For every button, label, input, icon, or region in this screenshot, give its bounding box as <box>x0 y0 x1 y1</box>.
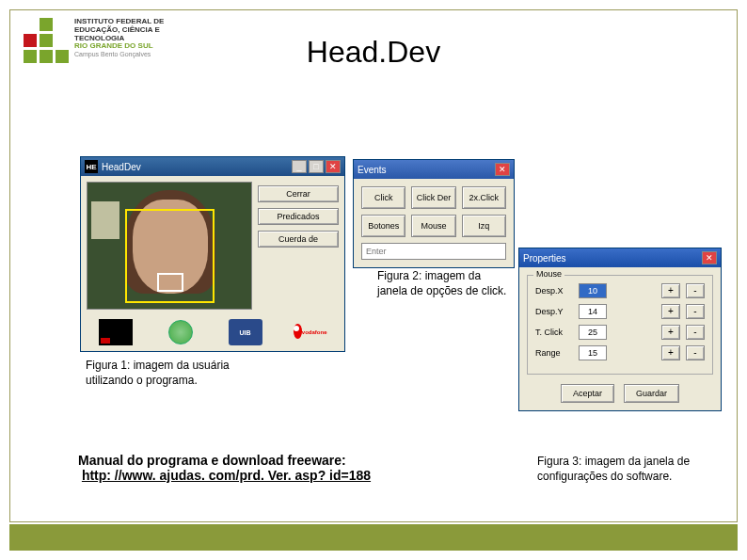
sponsor-logo-1 <box>99 319 133 345</box>
sponsor-logo-uib: UIB <box>229 319 262 345</box>
plus-button[interactable]: + <box>661 325 680 340</box>
click-button[interactable]: Click <box>361 186 405 209</box>
minus-button[interactable]: - <box>686 325 705 340</box>
app-icon: HE <box>85 160 98 173</box>
events-input[interactable] <box>361 243 506 260</box>
plus-button[interactable]: + <box>661 304 680 319</box>
property-label: Desp.X <box>535 286 573 296</box>
events-title: Events <box>358 165 387 175</box>
save-button[interactable]: Guardar <box>624 384 679 403</box>
botones-button[interactable]: Botones <box>361 215 405 237</box>
predicados-button[interactable]: Predicados <box>258 208 339 225</box>
headdev-window: HE HeadDev _ □ ✕ Cerrar Predicados Cuerd… <box>80 156 345 352</box>
events-titlebar[interactable]: Events ✕ <box>354 160 514 179</box>
cerrar-button[interactable]: Cerrar <box>258 185 339 202</box>
figure3-caption: Figura 3: imagem da janela de configuraç… <box>537 455 716 484</box>
events-window: Events ✕ Click Click Der 2x.Click Botone… <box>353 159 515 268</box>
close-button[interactable]: ✕ <box>495 163 510 176</box>
minus-button[interactable]: - <box>686 345 705 360</box>
headdev-title: HeadDev <box>102 162 141 172</box>
figure2-caption: Figura 2: imagem da janela de opções de … <box>377 269 509 298</box>
double-click-button[interactable]: 2x.Click <box>462 186 506 209</box>
plus-button[interactable]: + <box>661 345 680 360</box>
izq-button[interactable]: Izq <box>462 215 506 237</box>
figure1-caption: Figura 1: imagem da usuária utilizando o… <box>86 359 274 388</box>
headdev-titlebar[interactable]: HE HeadDev _ □ ✕ <box>81 157 344 176</box>
sponsor-logos: UIB vodafone <box>81 315 344 351</box>
click-der-button[interactable]: Click Der <box>411 186 455 209</box>
mouse-groupbox: Mouse Desp.X10+-Desp.Y14+-T. Click25+-Ra… <box>527 275 713 375</box>
property-row: Desp.Y14+- <box>535 304 705 319</box>
page-title: Head.Dev <box>10 35 737 70</box>
cuerda-button[interactable]: Cuerda de <box>258 231 339 248</box>
close-button[interactable]: ✕ <box>326 160 341 173</box>
property-row: Desp.X10+- <box>535 283 705 298</box>
property-label: T. Click <box>535 328 573 337</box>
property-value[interactable]: 25 <box>579 325 607 340</box>
properties-window: Properties ✕ Mouse Desp.X10+-Desp.Y14+-T… <box>518 248 722 411</box>
properties-titlebar[interactable]: Properties ✕ <box>519 248 721 267</box>
manual-text: Manual do programa e download freeware: … <box>78 453 371 483</box>
close-button[interactable]: ✕ <box>702 251 717 264</box>
minimize-button[interactable]: _ <box>292 160 307 173</box>
accept-button[interactable]: Aceptar <box>561 384 614 403</box>
plus-button[interactable]: + <box>661 283 680 298</box>
property-value[interactable]: 14 <box>579 304 607 319</box>
property-row: Range15+- <box>535 345 705 360</box>
slide-frame: INSTITUTO FEDERAL DE EDUCAÇÃO, CIÊNCIA E… <box>9 9 738 522</box>
maximize-button[interactable]: □ <box>309 160 324 173</box>
property-label: Desp.Y <box>535 307 573 316</box>
minus-button[interactable]: - <box>686 283 705 298</box>
camera-view <box>87 182 252 310</box>
sponsor-logo-vodafone: vodafone <box>294 319 327 345</box>
manual-link[interactable]: http: //www. ajudas. com/prd. Ver. asp? … <box>82 468 371 483</box>
bottom-bar <box>9 524 738 551</box>
mouth-track-box <box>157 273 183 292</box>
property-value[interactable]: 15 <box>579 345 607 360</box>
sponsor-logo-2 <box>164 319 198 345</box>
properties-title: Properties <box>523 253 566 264</box>
minus-button[interactable]: - <box>686 304 705 319</box>
mouse-button[interactable]: Mouse <box>411 215 455 237</box>
property-row: T. Click25+- <box>535 325 705 340</box>
property-value[interactable]: 10 <box>579 283 607 298</box>
property-label: Range <box>535 348 573 358</box>
manual-label: Manual do programa e download freeware: <box>78 453 346 468</box>
group-label: Mouse <box>533 269 564 279</box>
